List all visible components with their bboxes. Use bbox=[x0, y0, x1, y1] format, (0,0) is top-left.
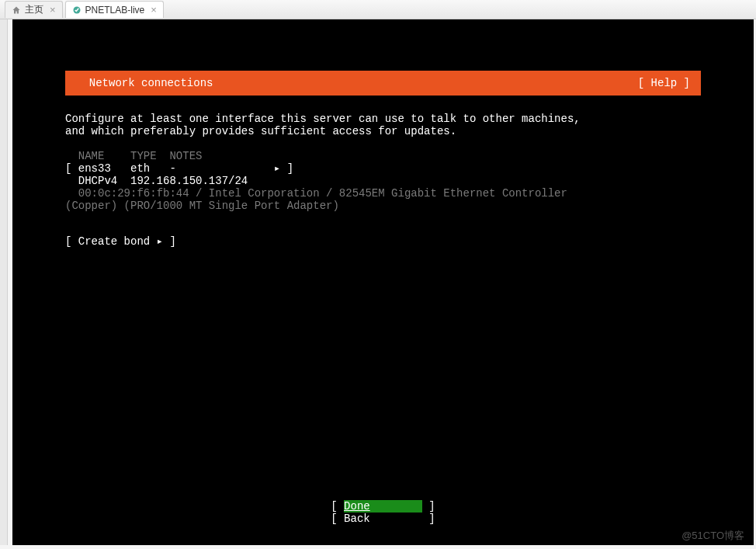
tab-label: PNETLAB-live bbox=[85, 5, 145, 16]
back-button[interactable]: [ Back ] bbox=[331, 513, 435, 525]
watermark: @51CTO博客 bbox=[681, 530, 744, 542]
table-header: NAME TYPE NOTES bbox=[65, 150, 701, 162]
interface-address: DHCPv4 192.168.150.137/24 bbox=[65, 175, 701, 187]
close-icon[interactable]: × bbox=[50, 4, 56, 16]
create-bond-button[interactable]: [ Create bond ▸ ] bbox=[65, 235, 701, 248]
description-line: Configure at least one interface this se… bbox=[65, 113, 701, 125]
tab-home[interactable]: 主页 × bbox=[5, 1, 63, 18]
interface-hwinfo: 00:0c:29:f6:fb:44 / Intel Corporation / … bbox=[65, 187, 701, 212]
installer-header: Network connections [ Help ] bbox=[65, 71, 701, 96]
close-icon[interactable]: × bbox=[151, 4, 157, 16]
browser-tab-bar: 主页 × PNETLAB-live × bbox=[0, 0, 756, 19]
pnet-icon bbox=[72, 5, 81, 15]
footer-buttons: [ Done ] [ Back ] bbox=[12, 500, 754, 525]
page-title: Network connections bbox=[76, 77, 213, 89]
done-button[interactable]: [ Done ] bbox=[331, 500, 435, 513]
tab-label: 主页 bbox=[25, 3, 43, 16]
browser-sidebar bbox=[0, 19, 8, 545]
home-icon bbox=[12, 5, 21, 15]
terminal-screen: Network connections [ Help ] Configure a… bbox=[12, 19, 754, 545]
interface-table: NAME TYPE NOTES [ ens33 eth - ▸ ] DHCPv4… bbox=[65, 150, 701, 212]
content-area: Configure at least one interface this se… bbox=[65, 113, 701, 248]
interface-row-ens33[interactable]: [ ens33 eth - ▸ ] bbox=[65, 162, 701, 175]
tab-pnetlab[interactable]: PNETLAB-live × bbox=[65, 1, 164, 18]
description-line: and which preferably provides sufficient… bbox=[65, 125, 701, 137]
help-button[interactable]: [ Help ] bbox=[638, 77, 690, 89]
